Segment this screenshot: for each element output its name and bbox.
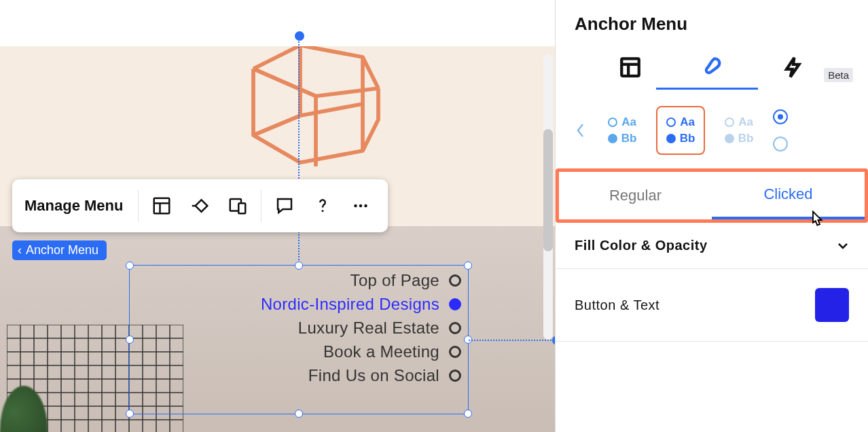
comment-icon[interactable] [267,188,302,223]
manage-menu-button[interactable]: Manage Menu [22,197,132,215]
color-swatch[interactable] [815,288,849,322]
layout-icon[interactable] [144,188,179,223]
svg-point-28 [322,210,324,212]
pendant-lamp [238,46,394,182]
tab-animation[interactable] [753,47,834,88]
section-title: Button & Text [575,298,659,313]
style-preset[interactable]: Aa Bb [598,106,647,155]
element-tag-label: Anchor Menu [26,243,98,257]
anchor-menu-label: Find Us on Social [308,366,439,385]
editor-canvas[interactable]: Manage Menu ‹ Anchor Menu To [0,0,555,432]
preset-row: Aa Bb Aa Bb Aa Bb [556,90,868,168]
design-panel: Anchor Menu Beta Aa Bb Aa Bb Aa Bb [555,0,868,432]
design-icon[interactable] [182,188,217,223]
svg-rect-25 [196,200,208,212]
bullet-icon [449,346,461,358]
style-preset-selected[interactable]: Aa Bb [656,106,705,155]
anchor-menu-item[interactable]: Luxury Real Estate [261,319,461,338]
section-button-text[interactable]: Button & Text [556,269,868,341]
anchor-menu-label: Book a Meeting [323,342,439,361]
tab-clicked[interactable]: Clicked [712,172,865,219]
anchor-menu-item[interactable]: Book a Meeting [261,342,461,361]
tab-design[interactable] [671,47,753,88]
svg-rect-32 [621,58,639,76]
preset-label: Aa [680,115,695,129]
scrollbar-thumb[interactable] [543,129,553,251]
resize-handle[interactable] [295,410,303,418]
circle-outline-icon [666,118,676,127]
panel-title: Anchor Menu [556,0,868,47]
svg-rect-27 [239,203,246,213]
anchor-menu: Top of Page Nordic-Inspired Designs Luxu… [261,271,461,385]
resize-handle[interactable] [126,336,134,344]
guide-line-horizontal [469,340,557,341]
chevron-down-icon [837,240,849,252]
circle-outline-icon [608,118,617,127]
panel-main-tabs [556,47,868,88]
beta-badge: Beta [824,68,853,82]
bullet-icon [449,274,461,287]
bullet-icon [449,370,461,382]
resize-handle[interactable] [126,410,134,418]
circle-fill-icon [608,134,617,143]
svg-point-29 [355,204,358,208]
preset-label: Bb [680,132,695,145]
anchor-menu-item[interactable]: Nordic-Inspired Designs [261,295,461,314]
cursor-pointer-icon [806,210,827,230]
element-tag[interactable]: ‹ Anchor Menu [12,240,107,260]
style-preset[interactable] [773,109,788,151]
preset-label: Aa [738,115,753,129]
circle-fill-icon [666,134,676,143]
divider [556,341,868,342]
anchor-menu-label: Top of Page [350,271,439,290]
anchor-menu-item[interactable]: Top of Page [261,271,461,290]
svg-rect-22 [154,198,170,214]
canvas-scrollbar[interactable] [543,54,553,340]
tab-layout[interactable] [590,47,671,88]
preset-label: Bb [738,132,754,145]
chevron-left-icon[interactable] [572,122,588,139]
anchor-menu-item[interactable]: Find Us on Social [261,366,461,385]
resize-handle[interactable] [295,262,303,270]
anchor-menu-label: Nordic-Inspired Designs [261,295,439,314]
state-tabs-highlight: Regular Clicked [556,168,868,223]
section-title: Fill Color & Opacity [575,238,708,253]
resize-handle[interactable] [126,262,134,270]
more-icon[interactable] [343,188,378,223]
circle-fill-icon [725,134,734,143]
toolbar-separator [261,190,261,222]
toolbar-separator [138,190,139,222]
preset-label: Bb [621,132,637,145]
guide-line-vertical [298,34,300,268]
style-preset[interactable]: Aa Bb [715,106,763,155]
chevron-left-icon: ‹ [18,243,22,257]
bullet-icon [449,298,461,310]
svg-point-30 [359,204,363,208]
responsive-icon[interactable] [220,188,255,223]
selection-box[interactable]: Top of Page Nordic-Inspired Designs Luxu… [129,265,469,414]
tab-regular[interactable]: Regular [559,172,712,219]
resize-handle[interactable] [464,262,472,270]
element-toolbar: Manage Menu [12,179,388,232]
svg-point-31 [365,204,368,208]
circle-outline-icon [773,137,788,151]
resize-handle[interactable] [464,410,472,418]
help-icon[interactable] [305,188,340,223]
bullet-icon [449,322,461,334]
preset-label: Aa [621,115,636,129]
circle-outline-icon [725,118,734,127]
target-icon [773,109,788,124]
anchor-menu-label: Luxury Real Estate [298,319,439,338]
